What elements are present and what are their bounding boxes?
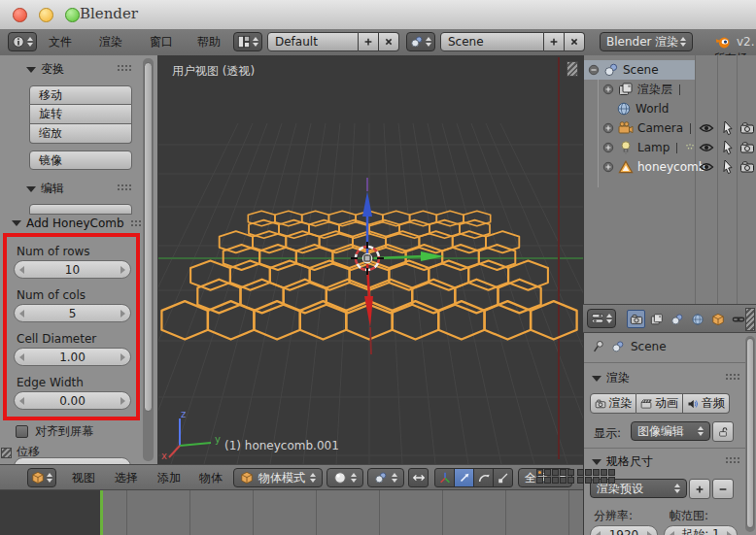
selectability-pointer-icon[interactable] (720, 159, 736, 175)
layer-grid-left[interactable] (536, 469, 574, 484)
menu-object[interactable]: 物体 (199, 470, 223, 486)
tree-row-honeycomb[interactable]: honeycomb (602, 157, 705, 177)
visibility-eye-icon[interactable] (699, 140, 714, 155)
editor-type-properties-selector[interactable] (587, 309, 616, 328)
region-split-widget[interactable] (567, 61, 578, 77)
menu-window[interactable]: 窗口 (150, 34, 173, 50)
panel-grip-icon[interactable] (725, 373, 740, 380)
minimize-window-button[interactable] (39, 8, 53, 22)
visibility-eye-icon[interactable] (699, 159, 714, 175)
mode-selector[interactable]: 物体模式 (233, 468, 323, 487)
manipulator-toggle-button[interactable] (408, 468, 429, 487)
panel-header-honeycomb[interactable]: Add HoneyComb (12, 217, 124, 230)
corner-resize-widget[interactable] (1, 448, 12, 458)
timeline-current-frame-marker[interactable] (100, 490, 103, 535)
increment-arrow-icon[interactable] (120, 310, 125, 318)
increment-arrow-icon[interactable] (727, 531, 732, 535)
layer-cell[interactable] (593, 469, 600, 476)
edit-button-partial[interactable] (29, 204, 132, 215)
layer-cell[interactable] (552, 469, 559, 476)
increment-arrow-icon[interactable] (120, 353, 125, 361)
increment-arrow-icon[interactable] (120, 397, 125, 405)
layer-cell[interactable] (585, 477, 592, 484)
viewport-3d[interactable]: 用户视图 (透视) (1) honeycomb.001 z y x (158, 55, 583, 464)
mirror-button[interactable]: 镜像 (29, 150, 132, 170)
viewport-shading-selector[interactable] (326, 468, 363, 487)
expand-icon[interactable] (602, 122, 614, 134)
panel-header-dimensions[interactable]: 规格尺寸 (592, 453, 653, 470)
layer-cell[interactable] (601, 469, 607, 476)
num-rows-slider[interactable]: 10 (14, 260, 131, 279)
manipulator-translate-button[interactable] (454, 468, 474, 487)
pin-icon[interactable] (592, 340, 605, 353)
menu-add[interactable]: 添加 (157, 470, 181, 486)
expand-icon[interactable] (602, 84, 614, 95)
add-preset-button[interactable] (689, 479, 710, 499)
menu-file[interactable]: 文件 (49, 34, 72, 50)
tree-row-camera[interactable]: Camera (602, 118, 694, 138)
layer-grid-right[interactable] (577, 469, 615, 484)
align-to-view-checkbox[interactable] (16, 425, 28, 438)
selectability-pointer-icon[interactable] (720, 120, 736, 136)
translate-button[interactable]: 移动 (29, 85, 132, 105)
layer-cell[interactable] (536, 477, 543, 484)
decrement-arrow-icon[interactable] (19, 266, 24, 274)
layer-cell[interactable] (567, 469, 574, 476)
decrement-arrow-icon[interactable] (596, 531, 601, 535)
layer-cell[interactable] (593, 477, 600, 484)
scale-button[interactable]: 缩放 (29, 124, 132, 144)
properties-scrollbar[interactable] (745, 336, 755, 532)
menu-render[interactable]: 渲染 (99, 34, 122, 50)
layer-cell[interactable] (577, 477, 584, 484)
layer-cell[interactable] (608, 477, 615, 484)
tree-row-renderlayers[interactable]: 渲染层 (602, 80, 683, 99)
manipulator-rotate-button[interactable] (473, 468, 494, 487)
panel-header-transform[interactable]: 变换 (26, 61, 64, 78)
editor-type-info-selector[interactable] (8, 32, 37, 51)
collapse-icon[interactable] (588, 64, 600, 76)
rotate-button[interactable]: 旋转 (29, 105, 132, 124)
layer-cell[interactable] (585, 469, 592, 476)
increment-arrow-icon[interactable] (647, 531, 652, 535)
num-cols-slider[interactable]: 5 (14, 304, 131, 322)
menu-view[interactable]: 视图 (72, 470, 95, 486)
decrement-arrow-icon[interactable] (19, 353, 24, 361)
layer-cell[interactable] (544, 477, 551, 484)
close-window-button[interactable] (13, 8, 27, 22)
delete-scene-button[interactable] (565, 32, 585, 51)
tab-object[interactable] (708, 310, 727, 328)
zoom-window-button[interactable] (65, 8, 80, 22)
render-audio-button[interactable]: 音频 (683, 393, 730, 414)
selectability-pointer-icon[interactable] (720, 140, 736, 155)
lock-interface-button[interactable] (712, 421, 734, 442)
layer-cell[interactable] (608, 469, 615, 476)
layer-cell[interactable] (567, 477, 574, 484)
tree-row-lamp[interactable]: Lamp (602, 138, 696, 157)
renderability-camera-icon[interactable] (739, 159, 755, 175)
decrement-arrow-icon[interactable] (19, 310, 24, 318)
render-still-button[interactable]: 渲染 (590, 393, 636, 414)
panel-header-edit[interactable]: 编辑 (26, 181, 64, 197)
scrollbar-thumb[interactable] (746, 338, 754, 528)
panel-grip-icon[interactable] (117, 64, 132, 71)
add-scene-button[interactable] (544, 32, 565, 51)
layout-name-field[interactable]: Default (267, 32, 359, 51)
scene-name-field[interactable]: Scene (440, 32, 544, 51)
layer-cell[interactable] (536, 469, 543, 476)
cell-diameter-slider[interactable]: 1.00 (14, 348, 131, 366)
edge-width-slider[interactable]: 0.00 (14, 391, 131, 410)
layer-cell[interactable] (552, 477, 559, 484)
tool-shelf-scrollbar[interactable] (143, 58, 154, 461)
renderability-camera-icon[interactable] (739, 140, 755, 155)
delete-layout-button[interactable] (379, 32, 399, 51)
panel-grip-icon[interactable] (117, 184, 132, 190)
layer-visibility-grid[interactable] (536, 469, 615, 484)
visibility-eye-icon[interactable] (699, 120, 714, 136)
manipulator-scale-button[interactable] (493, 468, 513, 487)
frame-start-slider[interactable]: 起始: 1 (664, 525, 738, 535)
render-engine-selector[interactable]: Blender 渲染 (600, 32, 693, 51)
screen-layout-selector[interactable] (233, 32, 262, 51)
layer-cell[interactable] (601, 477, 607, 484)
renderability-camera-icon[interactable] (739, 120, 755, 136)
expand-icon[interactable] (602, 142, 614, 153)
